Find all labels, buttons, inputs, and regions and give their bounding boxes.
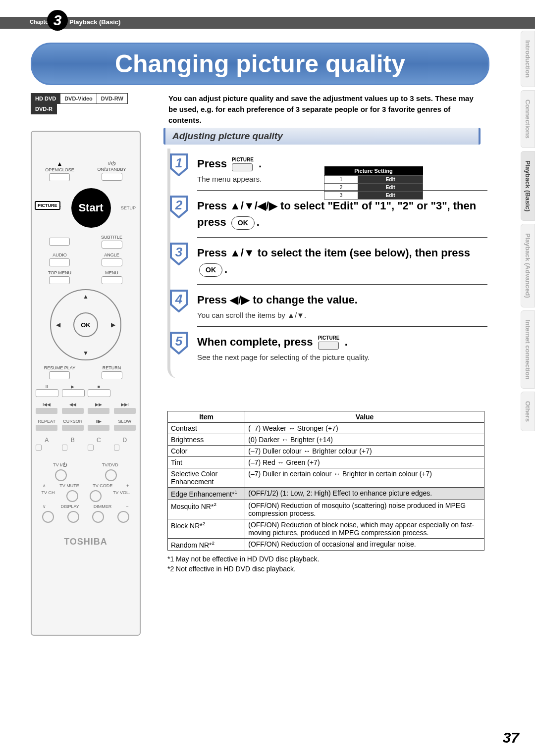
disc-badges: HD DVDDVD-VideoDVD-RW DVD-R	[31, 93, 127, 114]
remote-picture-label: PICTURE	[35, 201, 60, 210]
side-tabs: Introduction Connections Playback (Basic…	[521, 31, 535, 434]
tab-playback-advanced: Playback (Advanced)	[521, 224, 535, 307]
remote-tv-grid: TV I/⏻TV/DVD ∧TV MUTETV CODE+ TV CHTV VO…	[36, 462, 136, 523]
badge-dvdvideo: DVD-Video	[60, 93, 97, 104]
value-table: ItemValue Contrast(–7) Weaker ↔ Stronger…	[167, 411, 484, 574]
remote-audio: AUDIO	[36, 252, 84, 257]
steps-list: 1 Press PICTURE . The menu appears. 2 Pr…	[167, 149, 487, 378]
picture-button-icon: PICTURE	[318, 336, 340, 350]
tab-connections: Connections	[521, 90, 535, 148]
picture-label: PICTURE	[232, 157, 254, 162]
remote-menu: MENU	[88, 270, 136, 275]
arrow-down-icon: ▼	[83, 350, 89, 356]
ok-button-inline: OK	[199, 263, 222, 277]
tab-internet: Internet connection	[521, 310, 535, 389]
picture-label: PICTURE	[318, 335, 340, 341]
th-item: Item	[168, 411, 245, 423]
step5-press: When complete, press	[197, 336, 313, 348]
remote-transport-row2: I◀◀ ◀◀ ▶▶ ▶▶I	[36, 402, 136, 414]
footnote-1: *1 May not be effective in HD DVD disc p…	[167, 554, 484, 564]
brand-logo: TOSHIBA	[36, 537, 136, 547]
chapter-number: 3	[47, 10, 68, 31]
table-row: Random NR*2(OFF/ON) Reduction of occasio…	[168, 538, 484, 551]
remote-transport-row1: II ▶ ■ .	[36, 384, 136, 397]
page-title: Changing picture quality	[31, 43, 489, 85]
remote-return: RETURN	[88, 365, 136, 370]
period: .	[259, 157, 262, 170]
remote-letter-buttons: A B C D	[36, 437, 136, 451]
step-number-icon: 3	[169, 243, 189, 265]
remote-angle: ANGLE	[88, 252, 136, 257]
step-2: 2 Press ▲/▼/◀/▶ to select "Edit" of "1",…	[197, 190, 487, 237]
badge-dvdrw: DVD-RW	[97, 93, 128, 104]
remote-subtitle: SUBTITLE	[88, 235, 136, 240]
table-row: Edge Enhancement*1(OFF/1/2) (1: Low, 2: …	[168, 488, 484, 500]
svg-text:1: 1	[175, 155, 182, 170]
step4-sub: You can scroll the items by ▲/▼.	[197, 311, 487, 319]
remote-start-button: Start	[71, 188, 111, 228]
step1-sub: The menu appears.	[197, 175, 487, 183]
remote-power-icon: I/⏻	[88, 161, 136, 166]
badge-dvdr: DVD-R	[31, 103, 57, 114]
badge-hddvd: HD DVD	[31, 93, 60, 104]
remote-row-repeat: REPEAT CURSOR II▶ SLOW	[36, 419, 136, 431]
step-number-icon: 5	[169, 332, 189, 354]
step1-press: Press	[197, 157, 227, 170]
table-row: Tint(–7) Red ↔ Green (+7)	[168, 457, 484, 468]
period: .	[257, 216, 260, 228]
svg-text:2: 2	[175, 198, 183, 212]
remote-open: OPEN/CLOSE	[36, 167, 84, 172]
remote-resume: RESUME PLAY	[36, 365, 84, 370]
step-4: 4 Press ◀/▶ to change the value. You can…	[197, 284, 487, 326]
chapter-number-badge: 3	[47, 10, 68, 31]
tab-others: Others	[521, 392, 535, 431]
arrow-up-icon: ▲	[83, 293, 89, 300]
tab-playback-basic: Playback (Basic)	[521, 151, 535, 221]
period: .	[345, 336, 348, 348]
svg-text:3: 3	[175, 245, 183, 259]
picture-button-icon: PICTURE	[232, 157, 254, 171]
tab-introduction: Introduction	[521, 31, 535, 87]
svg-text:5: 5	[175, 334, 183, 349]
arrow-left-icon: ◀	[56, 321, 60, 328]
remote-standby: ON/STANDBY	[88, 167, 136, 172]
remote-setup: SETUP	[121, 205, 136, 210]
ok-button-inline: OK	[231, 216, 255, 230]
step-number-icon: 1	[169, 153, 189, 176]
step4-main: Press ◀/▶ to change the value.	[197, 292, 487, 308]
step-number-icon: 2	[169, 196, 189, 218]
section-heading: Adjusting picture quality	[163, 128, 481, 145]
table-row: Color(–7) Duller colour ↔ Brighter colou…	[168, 446, 484, 457]
step-5: 5 When complete, press PICTURE . See the…	[197, 326, 487, 368]
footnote-2: *2 Not effective in HD DVD disc playback…	[167, 564, 484, 574]
step-3: 3 Press ▲/▼ to select the item (see belo…	[197, 237, 487, 284]
step-1: 1 Press PICTURE . The menu appears.	[170, 149, 487, 190]
intro-text: You can adjust picture quality and save …	[168, 93, 476, 125]
arrow-right-icon: ▶	[111, 321, 115, 328]
table-row: Mosquito NR*2(OFF/ON) Reduction of mosqu…	[168, 500, 484, 519]
page-number: 37	[503, 729, 519, 746]
step3-main: Press ▲/▼ to select the item (see below)…	[197, 247, 470, 259]
th-value: Value	[245, 411, 484, 423]
remote-ok-button: OK	[73, 312, 98, 337]
table-row: Selective Color Enhancement(–7) Duller i…	[168, 468, 484, 488]
table-row: Brightness(0) Darker ↔ Brighter (+14)	[168, 434, 484, 446]
remote-dpad: ▲ ▼ ◀ ▶ OK	[50, 289, 121, 360]
step5-sub: See the next page for selecting of the p…	[197, 353, 487, 361]
period: .	[224, 263, 227, 275]
table-row: Block NR*2(OFF/ON) Reduction of block no…	[168, 519, 484, 538]
remote-topmenu: TOP MENU	[36, 270, 84, 275]
step-number-icon: 4	[169, 290, 189, 312]
remote-diagram: ▲OPEN/CLOSE I/⏻ON/STANDBY BACKLIGHT Star…	[31, 131, 141, 636]
svg-text:4: 4	[175, 292, 183, 306]
table-row: Contrast(–7) Weaker ↔ Stronger (+7)	[168, 423, 484, 434]
chapter-title: Playback (Basic)	[69, 18, 120, 26]
footnotes: *1 May not be effective in HD DVD disc p…	[167, 554, 484, 574]
